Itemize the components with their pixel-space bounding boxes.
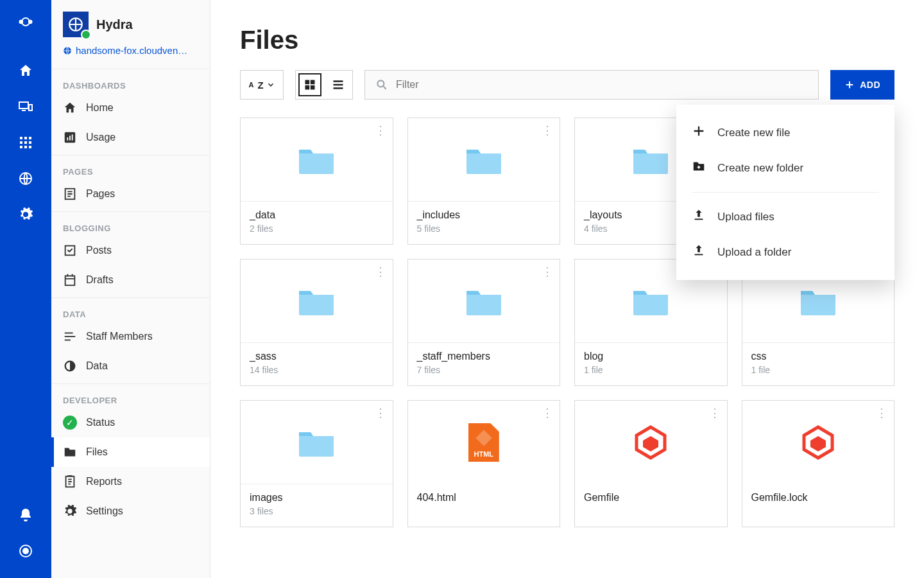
- status-icon: ✓: [63, 416, 77, 430]
- card-thumb: [241, 118, 393, 202]
- sidebar-item-label: Reports: [86, 476, 122, 487]
- rail-notifications[interactable]: [0, 497, 51, 533]
- sidebar-item-status[interactable]: ✓Status: [51, 408, 210, 437]
- file-name: _data: [250, 209, 384, 221]
- file-card[interactable]: ⋮_data2 files: [240, 118, 393, 245]
- svg-rect-6: [24, 137, 27, 139]
- sidebar-item-posts[interactable]: Posts: [51, 236, 210, 265]
- svg-rect-11: [20, 146, 22, 148]
- folder-icon: [63, 445, 77, 459]
- section-label: BLOGGING: [51, 215, 210, 236]
- file-card[interactable]: ⋮Gemfile.lock: [742, 400, 895, 527]
- file-card[interactable]: ⋮_sass14 files: [240, 259, 393, 386]
- file-card[interactable]: ⋮_includes5 files: [407, 118, 561, 245]
- html-file-icon: HTML: [468, 423, 499, 462]
- card-thumb: [408, 118, 560, 202]
- add-dropdown: Create new fileCreate new folderUpload f…: [676, 105, 894, 280]
- file-meta: 7 files: [417, 365, 551, 375]
- dropdown-item-label: Upload files: [717, 211, 774, 223]
- file-meta: 3 files: [250, 506, 384, 516]
- card-menu-button[interactable]: ⋮: [876, 407, 887, 419]
- rail-globe[interactable]: [0, 161, 51, 197]
- card-menu-button[interactable]: ⋮: [709, 407, 721, 419]
- plus-icon: [692, 124, 706, 141]
- card-body: Gemfile: [575, 484, 727, 516]
- file-name: _includes: [417, 209, 551, 221]
- file-name: 404.html: [417, 492, 551, 504]
- card-body: 404.html: [408, 484, 560, 516]
- sidebar-item-files[interactable]: Files: [51, 437, 210, 467]
- upload-icon: [692, 208, 706, 225]
- svg-rect-4: [29, 105, 32, 110]
- app-rail: [0, 0, 51, 578]
- card-menu-button[interactable]: ⋮: [542, 266, 553, 277]
- sidebar-item-label: Files: [86, 446, 108, 458]
- rail-target[interactable]: [0, 533, 51, 569]
- view-toggle: [295, 70, 353, 100]
- file-card[interactable]: ⋮_staff_members7 files: [407, 259, 561, 386]
- section-label: DEVELOPER: [51, 387, 210, 408]
- card-menu-button[interactable]: ⋮: [375, 125, 386, 136]
- rail-home[interactable]: [0, 53, 51, 89]
- project-url-link[interactable]: handsome-fox.cloudven…: [51, 41, 210, 66]
- file-name: Gemfile: [584, 492, 718, 504]
- card-menu-button[interactable]: ⋮: [542, 407, 553, 419]
- card-menu-button[interactable]: ⋮: [375, 266, 386, 277]
- upload-icon: [692, 243, 706, 261]
- filter-field[interactable]: [364, 70, 819, 100]
- sidebar-item-label: Pages: [86, 188, 115, 200]
- project-sidebar: Hydra handsome-fox.cloudven… DASHBOARDSH…: [51, 0, 210, 578]
- sidebar-item-settings[interactable]: Settings: [51, 496, 210, 526]
- svg-rect-13: [29, 146, 31, 148]
- card-body: images3 files: [241, 484, 393, 527]
- sidebar-item-label: Settings: [86, 505, 123, 517]
- sort-button[interactable]: AZ: [240, 70, 284, 100]
- list-view-button[interactable]: [324, 71, 352, 99]
- page-title: Files: [240, 26, 894, 55]
- file-name: Gemfile.lock: [751, 492, 886, 504]
- sidebar-item-reports[interactable]: Reports: [51, 467, 210, 496]
- sidebar-item-drafts[interactable]: Drafts: [51, 265, 210, 295]
- svg-rect-25: [65, 276, 75, 286]
- file-meta: 1 file: [584, 365, 718, 375]
- file-card[interactable]: ⋮images3 files: [240, 400, 393, 527]
- svg-rect-20: [67, 137, 68, 141]
- dropdown-item-label: Create new file: [717, 127, 790, 139]
- rail-apps[interactable]: [0, 125, 51, 161]
- sidebar-item-staff-members[interactable]: Staff Members: [51, 322, 210, 351]
- add-button[interactable]: ADD: [830, 70, 894, 100]
- svg-marker-44: [810, 436, 826, 451]
- dropdown-item-create-new-folder[interactable]: Create new folder: [676, 150, 894, 186]
- dropdown-item-create-new-file[interactable]: Create new file: [676, 115, 894, 150]
- card-body: Gemfile.lock: [742, 484, 894, 516]
- data-icon: [63, 359, 77, 373]
- dropdown-item-upload-files[interactable]: Upload files: [676, 199, 894, 234]
- file-card[interactable]: ⋮HTML404.html: [407, 400, 561, 527]
- sidebar-item-usage[interactable]: Usage: [51, 123, 210, 152]
- project-url-text: handsome-fox.cloudven…: [76, 45, 187, 56]
- file-meta: 2 files: [250, 223, 384, 234]
- rail-devices[interactable]: [0, 89, 51, 125]
- sidebar-item-home[interactable]: Home: [51, 93, 210, 123]
- file-name: blog: [584, 351, 718, 362]
- card-thumb: [742, 401, 894, 484]
- dropdown-item-label: Create new folder: [717, 162, 803, 175]
- file-card[interactable]: ⋮Gemfile: [574, 400, 728, 527]
- filter-input[interactable]: [396, 79, 808, 91]
- card-thumb: HTML: [408, 401, 560, 484]
- section-label: DATA: [51, 301, 210, 322]
- card-menu-button[interactable]: ⋮: [542, 125, 553, 136]
- folder-plus-icon: [692, 159, 706, 177]
- svg-point-2: [29, 21, 32, 24]
- sidebar-item-pages[interactable]: Pages: [51, 179, 210, 209]
- home-icon: [63, 101, 77, 115]
- file-name: css: [751, 351, 886, 362]
- toolbar: AZ ADD Create new fileCreate new folderU…: [240, 70, 894, 100]
- file-name: images: [250, 492, 384, 504]
- grid-view-button[interactable]: [296, 71, 324, 99]
- sidebar-item-label: Staff Members: [86, 331, 153, 342]
- sidebar-item-data[interactable]: Data: [51, 351, 210, 381]
- dropdown-item-upload-a-folder[interactable]: Upload a folder: [676, 234, 894, 270]
- card-menu-button[interactable]: ⋮: [375, 407, 386, 419]
- rail-settings[interactable]: [0, 197, 51, 232]
